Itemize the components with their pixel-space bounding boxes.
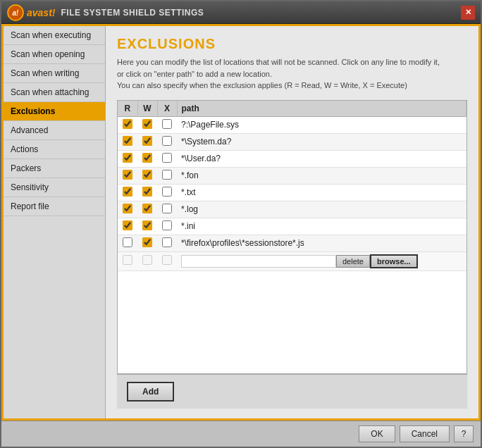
avast-brand: avast! <box>27 7 55 18</box>
desc-line3: You can also specify when the exclusion … <box>117 81 407 89</box>
row-2-r-checkbox[interactable] <box>123 136 132 146</box>
row-7-w-checkbox[interactable] <box>142 220 152 230</box>
content-area: Scan when executingScan when openingScan… <box>1 24 481 421</box>
sidebar-item-scan-when-opening[interactable]: Scan when opening <box>4 45 105 64</box>
row-3-w-checkbox[interactable] <box>142 153 152 163</box>
row-1-x-checkbox[interactable] <box>162 119 172 129</box>
avast-logo-icon: a! <box>7 4 24 21</box>
table-row: *.log <box>118 201 466 218</box>
row-8-r-checkbox[interactable] <box>123 237 132 247</box>
row-6-r-checkbox[interactable] <box>123 204 132 213</box>
row-7-r-checkbox[interactable] <box>123 220 132 230</box>
footer-bar: OK Cancel ? <box>1 421 481 447</box>
row-2-w-checkbox[interactable] <box>142 136 152 146</box>
new-row-x-checkbox[interactable] <box>162 255 172 265</box>
row-7-r-cell <box>118 218 137 235</box>
row-8-w-cell <box>137 235 157 251</box>
help-button[interactable]: ? <box>454 425 474 442</box>
table-row: *\firefox\profiles\*sessionstore*.js <box>118 235 466 251</box>
row-3-x-checkbox[interactable] <box>162 153 172 163</box>
new-row-x-cell <box>157 251 177 270</box>
table-header-row: R W X path <box>118 101 466 117</box>
header-r: R <box>118 101 137 117</box>
row-6-r-cell <box>118 201 137 218</box>
sidebar-item-packers[interactable]: Packers <box>4 159 105 178</box>
row-1-r-cell <box>118 116 137 133</box>
row-2-w-cell <box>137 133 157 150</box>
row-6-w-checkbox[interactable] <box>142 204 152 213</box>
header-x: X <box>157 101 177 117</box>
exclusions-table-container: R W X path ?:\PageFile.sys*\System.da?*\… <box>117 100 467 375</box>
row-3-x-cell <box>157 150 177 167</box>
row-5-path: *.txt <box>177 184 466 201</box>
row-3-r-cell <box>118 150 137 167</box>
cancel-button[interactable]: Cancel <box>400 425 450 442</box>
row-8-x-checkbox[interactable] <box>162 237 172 247</box>
row-1-x-cell <box>157 116 177 133</box>
desc-line2: or click on "enter path" to add a new lo… <box>117 70 272 78</box>
sidebar-item-exclusions[interactable]: Exclusions <box>4 102 105 121</box>
desc-line1: Here you can modify the list of location… <box>117 58 440 66</box>
ok-button[interactable]: OK <box>359 425 395 442</box>
avast-logo: a! avast! <box>7 4 55 21</box>
title-bar: a! avast! FILE SYSTEM SHIELD SETTINGS ✕ <box>1 1 481 24</box>
new-row-r-checkbox[interactable] <box>123 255 132 265</box>
row-5-x-checkbox[interactable] <box>162 187 172 197</box>
sidebar-item-report-file[interactable]: Report file <box>4 197 105 216</box>
sidebar-item-sensitivity[interactable]: Sensitivity <box>4 178 105 197</box>
new-row-w-checkbox[interactable] <box>142 255 152 265</box>
row-6-path: *.log <box>177 201 466 218</box>
row-5-r-cell <box>118 184 137 201</box>
row-5-x-cell <box>157 184 177 201</box>
row-2-x-cell <box>157 133 177 150</box>
sidebar-item-scan-when-executing[interactable]: Scan when executing <box>4 26 105 45</box>
row-6-w-cell <box>137 201 157 218</box>
row-8-path: *\firefox\profiles\*sessionstore*.js <box>177 235 466 251</box>
row-4-r-checkbox[interactable] <box>123 170 132 180</box>
new-row-path-cell: deletebrowse... <box>177 251 466 270</box>
main-content: EXCLUSIONS Here you can modify the list … <box>106 26 478 418</box>
row-1-r-checkbox[interactable] <box>123 119 132 129</box>
row-2-path: *\System.da? <box>177 133 466 150</box>
table-row: *\User.da? <box>118 150 466 167</box>
delete-button[interactable]: delete <box>336 255 370 268</box>
sidebar: Scan when executingScan when openingScan… <box>4 26 106 418</box>
sidebar-item-advanced[interactable]: Advanced <box>4 121 105 140</box>
row-2-x-checkbox[interactable] <box>162 136 172 146</box>
row-6-x-checkbox[interactable] <box>162 204 172 213</box>
table-row: *\System.da? <box>118 133 466 150</box>
new-path-input[interactable] <box>181 255 336 268</box>
title-bar-text: FILE SYSTEM SHIELD SETTINGS <box>61 8 204 18</box>
table-row: *.txt <box>118 184 466 201</box>
row-8-r-cell <box>118 235 137 251</box>
row-5-w-checkbox[interactable] <box>142 187 152 197</box>
row-8-x-cell <box>157 235 177 251</box>
row-1-path: ?:\PageFile.sys <box>177 116 466 133</box>
row-7-x-cell <box>157 218 177 235</box>
row-6-x-cell <box>157 201 177 218</box>
row-7-x-checkbox[interactable] <box>162 220 172 230</box>
description: Here you can modify the list of location… <box>117 56 467 92</box>
sidebar-item-actions[interactable]: Actions <box>4 140 105 159</box>
row-4-path: *.fon <box>177 167 466 184</box>
row-8-w-checkbox[interactable] <box>142 237 152 247</box>
sidebar-item-scan-when-writing[interactable]: Scan when writing <box>4 64 105 83</box>
row-4-w-checkbox[interactable] <box>142 170 152 180</box>
row-5-r-checkbox[interactable] <box>123 187 132 197</box>
new-row-w-cell <box>137 251 157 270</box>
row-3-r-checkbox[interactable] <box>123 153 132 163</box>
row-4-r-cell <box>118 167 137 184</box>
row-3-w-cell <box>137 150 157 167</box>
browse-button[interactable]: browse... <box>370 254 418 268</box>
row-3-path: *\User.da? <box>177 150 466 167</box>
row-1-w-cell <box>137 116 157 133</box>
table-row: ?:\PageFile.sys <box>118 116 466 133</box>
add-button[interactable]: Add <box>127 382 174 402</box>
row-4-x-checkbox[interactable] <box>162 170 172 180</box>
row-7-path: *.ini <box>177 218 466 235</box>
row-1-w-checkbox[interactable] <box>142 119 152 129</box>
new-entry-row: deletebrowse... <box>118 251 466 270</box>
exclusions-table: R W X path ?:\PageFile.sys*\System.da?*\… <box>118 101 466 271</box>
close-button[interactable]: ✕ <box>461 6 475 20</box>
sidebar-item-scan-when-attaching[interactable]: Scan when attaching <box>4 83 105 102</box>
